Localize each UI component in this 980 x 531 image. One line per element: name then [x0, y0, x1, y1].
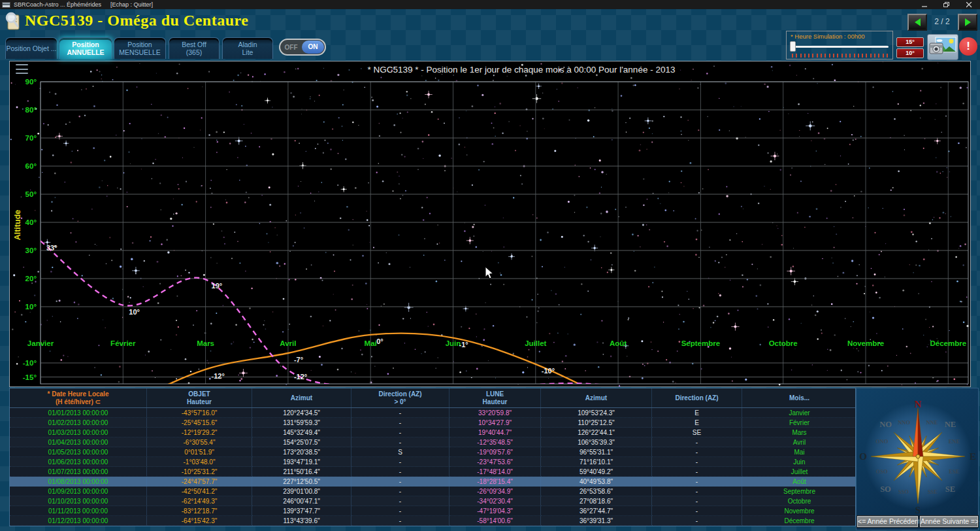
table-row[interactable]: 01/02/2013 00:00:00-25°45'15.6"131°59'59… [10, 418, 855, 428]
table-cell: 59°40'49.2" [541, 467, 652, 477]
table-row[interactable]: 01/04/2013 00:00:00-6°30'55.4"154°25'07.… [10, 437, 855, 447]
prev-page-button[interactable] [907, 14, 927, 31]
arrow-left-icon [915, 18, 921, 26]
table-cell: 131°59'59.3" [252, 418, 351, 428]
svg-text:Août: Août [610, 339, 627, 347]
column-header: Azimut [541, 388, 652, 407]
svg-text:S: S [915, 505, 921, 515]
table-cell: - [652, 467, 742, 477]
page-indicator: 2 / 2 [928, 17, 956, 26]
simulation-time-slider[interactable] [792, 46, 889, 48]
column-header: Mois... [742, 388, 857, 407]
table-row[interactable]: 01/01/2013 00:00:00-43°57'16.0"120°24'34… [10, 408, 855, 418]
table-cell: -12°19'29.2" [147, 428, 252, 437]
svg-text:Décembre: Décembre [930, 339, 966, 347]
table-cell: -34°02'30.4" [449, 496, 541, 506]
table-cell: -17°48'14.0" [449, 467, 541, 477]
table-cell: 01/04/2013 00:00:00 [10, 437, 147, 447]
slider-ticks [792, 54, 889, 58]
alert-button[interactable]: ! [959, 37, 977, 56]
svg-text:0°: 0° [376, 337, 384, 345]
svg-text:ONO: ONO [875, 438, 889, 445]
tab-position[interactable]: PositionMENSUELLE [114, 37, 166, 59]
table-cell: -25°45'15.6" [147, 418, 252, 428]
table-cell: - [351, 437, 449, 447]
table-cell: -10°25'31.2" [147, 467, 252, 477]
table-cell: 211°50'16.4" [252, 467, 351, 477]
on-off-toggle[interactable]: OFF ON [279, 39, 326, 56]
table-body: 01/01/2013 00:00:00-43°57'16.0"120°24'34… [10, 408, 855, 526]
previous-year-button[interactable]: <= Année Précédente [857, 516, 918, 527]
svg-text:Avril: Avril [280, 339, 296, 347]
table-cell: Février [742, 418, 857, 428]
svg-text:-15°: -15° [23, 373, 37, 381]
altitude-chart[interactable]: 90°80°70°60°50°40°30°20°10°-10°-15°Janvi… [9, 61, 971, 387]
svg-text:-12°: -12° [294, 373, 307, 381]
table-cell: - [652, 477, 742, 487]
column-header: Direction (AZ) [652, 388, 742, 407]
compass-rose-icon: NNNENEENEEESESESSESSSOSOOSOOONONONNO [857, 388, 979, 517]
table-cell: 139°37'47.7" [252, 506, 351, 516]
svg-text:80°: 80° [25, 106, 37, 114]
minimize-button[interactable] [913, 0, 936, 9]
table-cell: - [652, 447, 742, 457]
snapshot-button[interactable] [927, 34, 958, 60]
svg-text:* NGC5139 * - Position le 1er: * NGC5139 * - Position le 1er jour de ch… [368, 65, 676, 75]
svg-text:10°: 10° [129, 308, 140, 316]
altitude-10deg-button[interactable]: 10° [896, 48, 924, 58]
table-cell: - [652, 457, 742, 467]
tab-position-objet-[interactable]: Position Objet ... [5, 37, 57, 59]
table-cell: - [652, 487, 742, 496]
table-row[interactable]: 01/06/2013 00:00:00-1°03'48.0"193°47'19.… [10, 457, 855, 467]
table-cell: 0°01'51.9" [147, 447, 252, 457]
svg-text:20°: 20° [25, 275, 37, 283]
page-title: NGC5139 - Oméga du Centaure [25, 12, 248, 29]
table-cell: Janvier [742, 408, 857, 418]
table-cell: - [652, 506, 742, 516]
table-cell: 106°35'39.3" [541, 437, 652, 447]
table-row[interactable]: 01/12/2013 00:00:00-64°15'42.3"113°43'39… [10, 516, 855, 526]
table-row[interactable]: 01/09/2013 00:00:00-42°50'41.2"239°01'00… [10, 487, 855, 496]
hamburger-menu-icon[interactable] [16, 64, 28, 74]
table-row[interactable]: 01/10/2013 00:00:00-62°14'49.3"246°00'47… [10, 496, 855, 506]
table-row[interactable]: 01/07/2013 00:00:00-10°25'31.2"211°50'16… [10, 467, 855, 477]
table-cell: Août [742, 477, 857, 487]
svg-text:10°: 10° [25, 303, 37, 311]
table-cell: - [351, 477, 449, 487]
table-cell: -19°09'57.6" [449, 447, 541, 457]
table-cell: 01/01/2013 00:00:00 [10, 408, 147, 418]
table-cell: 01/11/2013 00:00:00 [10, 506, 147, 516]
restore-button[interactable] [936, 0, 958, 9]
svg-text:Altitude: Altitude [13, 210, 22, 241]
tab-best-off[interactable]: Best Off(365) [169, 37, 220, 59]
table-row[interactable]: 01/05/2013 00:00:000°01'51.9"173°20'38.5… [10, 447, 855, 457]
table-cell: -6°30'55.4" [147, 437, 252, 447]
table-cell: 01/12/2013 00:00:00 [10, 516, 147, 526]
table-cell: -23°47'53.6" [449, 457, 541, 467]
svg-text:N: N [915, 399, 922, 409]
altitude-15deg-button[interactable]: 15° [896, 37, 924, 47]
close-icon[interactable] [958, 0, 980, 9]
tab-aladin[interactable]: AladinLite [222, 37, 273, 59]
svg-text:SE: SE [945, 485, 955, 494]
table-cell: 01/07/2013 00:00:00 [10, 467, 147, 477]
svg-text:90°: 90° [25, 78, 37, 86]
table-row[interactable]: 01/11/2013 00:00:00-83°12'18.7"139°37'47… [10, 506, 855, 516]
table-cell: 01/09/2013 00:00:00 [10, 487, 147, 496]
table-row[interactable]: 01/03/2013 00:00:00-12°19'29.2"145°32'49… [10, 428, 855, 437]
table-cell: -24°47'57.7" [147, 477, 252, 487]
table-cell: 36°39'31.3" [541, 516, 652, 526]
table-cell: SE [652, 428, 742, 437]
tab-position[interactable]: PositionANNUELLE [59, 37, 112, 59]
next-page-button[interactable] [958, 14, 977, 31]
table-cell: - [351, 516, 449, 526]
next-year-button[interactable]: Année Suivante => [920, 516, 978, 527]
svg-text:Octobre: Octobre [769, 339, 798, 347]
table-header-row: * Date Heure Locale(H été/hiver) ⊂OBJETH… [10, 388, 855, 408]
slider-thumb[interactable] [790, 41, 796, 52]
table-row[interactable]: 01/08/2013 00:00:00-24°47'57.7"227°12'50… [10, 477, 855, 487]
table-cell: - [351, 467, 449, 477]
table-cell: 19°40'44.7" [449, 428, 541, 437]
table-cell: - [351, 408, 449, 418]
svg-text:19°: 19° [212, 282, 223, 290]
